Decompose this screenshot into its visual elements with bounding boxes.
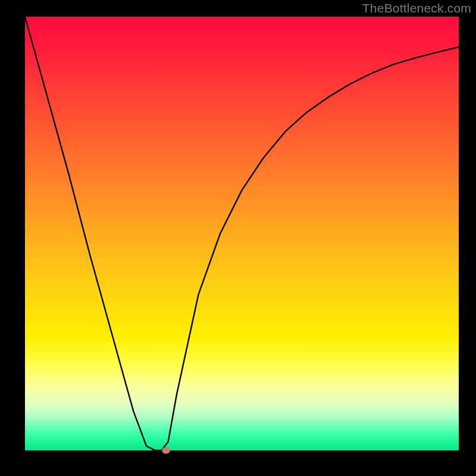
curve-path [25,17,459,450]
watermark-text: TheBottleneck.com [362,1,471,15]
bottleneck-curve [25,17,459,450]
optimal-point-marker [162,447,170,454]
chart-plot-area [25,17,459,450]
